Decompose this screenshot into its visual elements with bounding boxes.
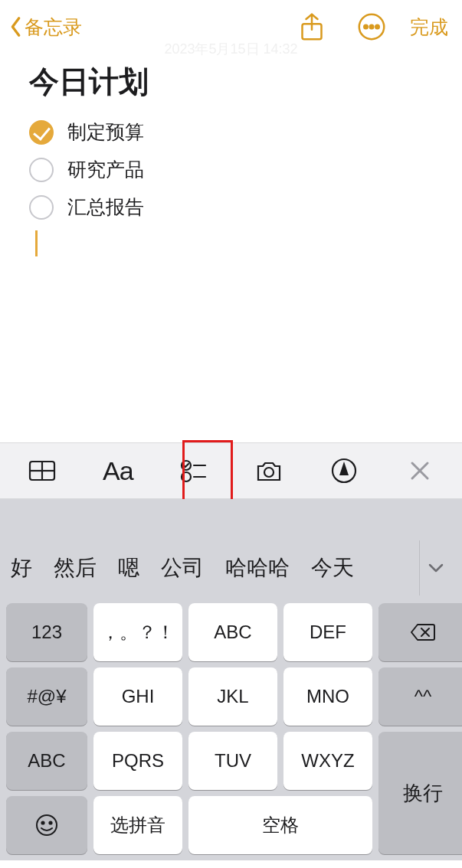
markup-icon	[329, 455, 359, 486]
key-def[interactable]: DEF	[283, 603, 372, 661]
check-item-text[interactable]: 汇总报告	[67, 194, 144, 220]
table-button[interactable]	[21, 449, 64, 492]
candidate-word[interactable]: 哈哈哈	[225, 553, 290, 582]
key-emoji[interactable]	[6, 796, 87, 854]
checklist-button[interactable]	[172, 449, 215, 492]
key-abc-mode[interactable]: ABC	[6, 732, 87, 790]
candidate-word[interactable]: 嗯	[118, 553, 139, 582]
key-wxyz[interactable]: WXYZ	[283, 732, 372, 790]
markup-button[interactable]	[323, 449, 365, 492]
svg-point-18	[37, 815, 57, 835]
key-jkl[interactable]: JKL	[188, 667, 277, 726]
check-item[interactable]: 汇总报告	[29, 188, 447, 226]
candidate-bar: 好 然后 嗯 公司 哈哈哈 今天	[0, 540, 462, 596]
ellipsis-circle-icon	[356, 11, 387, 42]
chevron-down-icon	[428, 563, 444, 573]
share-icon	[297, 11, 327, 42]
check-bullet-checked[interactable]	[29, 120, 54, 145]
key-abc[interactable]: ABC	[188, 603, 277, 661]
key-punct[interactable]: ，。？！	[93, 603, 182, 661]
check-item[interactable]: 制定预算	[29, 113, 447, 151]
svg-point-10	[182, 472, 191, 481]
close-icon	[409, 460, 431, 481]
text-style-button[interactable]: Aa	[97, 449, 139, 492]
back-label: 备忘录	[25, 15, 82, 40]
key-tuv[interactable]: TUV	[188, 732, 277, 790]
candidate-expand-button[interactable]	[419, 540, 451, 596]
check-item[interactable]: 研究产品	[29, 151, 447, 188]
emoji-icon	[34, 813, 59, 837]
key-sym[interactable]: #@¥	[6, 667, 87, 726]
key-backspace[interactable]	[378, 603, 462, 661]
back-button[interactable]: 备忘录	[9, 15, 82, 40]
table-icon	[27, 455, 57, 486]
format-toolbar: Aa	[0, 442, 462, 499]
check-bullet[interactable]	[29, 158, 54, 182]
svg-point-4	[375, 25, 379, 29]
key-pqrs[interactable]: PQRS	[93, 732, 182, 790]
key-face[interactable]: ^^	[378, 667, 462, 726]
keyboard: 123 ，。？！ ABC DEF #@¥ GHI JKL MNO ^^ ABC …	[0, 596, 462, 860]
key-pinyin[interactable]: 选拼音	[93, 796, 182, 854]
dismiss-keyboard-button[interactable]	[398, 449, 441, 492]
key-ghi[interactable]: GHI	[93, 667, 182, 726]
candidate-word[interactable]: 今天	[311, 553, 354, 582]
chevron-left-icon	[9, 16, 23, 38]
key-123[interactable]: 123	[6, 603, 87, 661]
candidate-word[interactable]: 然后	[54, 553, 97, 582]
key-space[interactable]: 空格	[188, 796, 372, 854]
done-button[interactable]: 完成	[410, 15, 453, 40]
svg-point-3	[370, 25, 374, 29]
note-timestamp: 2023年5月15日 14:32	[0, 40, 462, 58]
camera-button[interactable]	[247, 449, 290, 492]
svg-point-2	[364, 25, 368, 29]
svg-point-19	[41, 821, 44, 824]
text-cursor	[35, 230, 38, 256]
svg-point-20	[49, 821, 51, 824]
camera-icon	[254, 455, 284, 486]
check-item-text[interactable]: 制定预算	[67, 119, 144, 145]
note-title[interactable]: 今日计划	[29, 61, 447, 103]
check-bullet[interactable]	[29, 195, 54, 220]
key-mno[interactable]: MNO	[283, 667, 372, 726]
candidate-word[interactable]: 好	[11, 553, 32, 582]
svg-point-12	[264, 468, 274, 477]
toolbar-gap	[0, 499, 462, 540]
key-return[interactable]: 换行	[378, 732, 462, 854]
candidate-word[interactable]: 公司	[161, 553, 204, 582]
check-item-text[interactable]: 研究产品	[67, 157, 144, 182]
checklist-icon	[178, 455, 208, 486]
note-body[interactable]: 今日计划 制定预算 研究产品 汇总报告	[0, 54, 462, 256]
backspace-icon	[410, 622, 436, 642]
